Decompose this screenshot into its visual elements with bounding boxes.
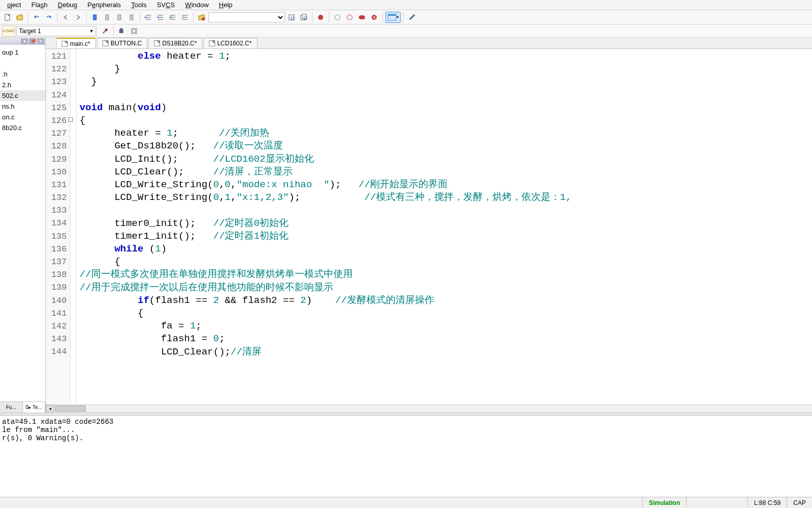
comment-button[interactable]: // [167, 12, 178, 23]
bookmark-toggle-button[interactable] [89, 12, 100, 23]
nav-back-button[interactable] [60, 12, 71, 23]
editor-area: main.c*BUTTON.CDS18B20.C*LCD1602.C* 1211… [46, 38, 812, 413]
build-output-panel[interactable]: ata=49.1 xdata=0 code=2663 le from "main… [0, 416, 812, 456]
project-tree[interactable]: oup 1.h2.h502.cns.hon.c8b20.c [0, 45, 45, 401]
code-line[interactable]: fa = 1; [80, 320, 812, 333]
menu-svcs[interactable]: SVCS [152, 0, 180, 10]
nav-forward-button[interactable] [72, 12, 84, 23]
code-line[interactable]: Get_Ds18b20(); //读取一次温度 [80, 140, 812, 153]
scroll-thumb[interactable] [55, 405, 86, 412]
menu-help[interactable]: Help [214, 0, 238, 10]
line-number: 142 [46, 320, 67, 333]
file-options-button[interactable] [196, 12, 207, 23]
open-file-button[interactable] [14, 12, 25, 23]
code-line[interactable]: flash1 = 0; [80, 333, 812, 345]
menu-tools[interactable]: Tools [126, 0, 151, 10]
code-line[interactable]: //用于完成搅拌一次以后在使用其他功能的时候不影响显示 [80, 282, 812, 294]
status-simulation: Simulation [642, 497, 686, 508]
svg-rect-4 [130, 15, 133, 20]
code-line[interactable]: LCD_Init(); //LCD1602显示初始化 [80, 153, 812, 166]
code-line[interactable]: { [80, 114, 812, 127]
tree-file[interactable]: ns.h [0, 101, 45, 112]
code-line[interactable]: void main(void) [80, 101, 812, 114]
code-line[interactable]: } [80, 75, 812, 88]
configure-button[interactable] [406, 12, 417, 23]
manage-button[interactable] [128, 26, 140, 37]
horizontal-scrollbar[interactable]: ◂ [46, 404, 812, 413]
editor-tab[interactable]: BUTTON.C [97, 38, 147, 48]
find-select[interactable] [208, 12, 285, 22]
code-line[interactable]: } [80, 63, 812, 75]
menu-oject[interactable]: oject [2, 0, 26, 10]
code-line[interactable]: LCD_Clear(); //清屏，正常显示 [80, 166, 812, 179]
indent-button[interactable] [143, 12, 154, 23]
code-line[interactable]: LCD_Write_String(0,0,"mode:x nihao "); /… [80, 179, 812, 191]
sidebar-tab-templates[interactable]: 0▸ Te... [23, 402, 46, 413]
project-sidebar: ▾ 📌 ✕ oup 1.h2.h502.cns.hon.c8b20.c Fu..… [0, 38, 46, 413]
menu-debug[interactable]: Debug [53, 0, 82, 10]
code-line[interactable]: timer0_init(); //定时器0初始化 [80, 217, 812, 230]
code-line[interactable] [80, 89, 812, 101]
bookmark-prev-button[interactable] [101, 12, 113, 23]
main-area: ▾ 📌 ✕ oup 1.h2.h502.cns.hon.c8b20.c Fu..… [0, 38, 812, 413]
tree-file[interactable]: 8b20.c [0, 122, 45, 133]
status-cap: CAP [787, 497, 812, 508]
editor-tab[interactable]: DS18B20.C* [148, 38, 202, 48]
debug-breakpoint-button[interactable] [315, 12, 326, 23]
sidebar-dropdown-button[interactable]: ▾ [21, 38, 28, 44]
menu-flash[interactable]: Flash [26, 0, 53, 10]
enable-breakpoint-button[interactable] [344, 12, 355, 23]
new-file-button[interactable] [2, 12, 13, 23]
scroll-left-button[interactable]: ◂ [46, 405, 54, 412]
kill-breakpoints-button[interactable] [356, 12, 368, 23]
file-group-button[interactable] [116, 26, 127, 37]
options-button[interactable] [99, 26, 111, 37]
code-line[interactable]: LCD_Write_String(0,1,"x:1,2,3"); //模式有三种… [80, 191, 812, 204]
sidebar-tab-functions[interactable]: Fu... [0, 402, 23, 413]
code-line[interactable]: { [80, 256, 812, 268]
editor-tab[interactable]: main.c* [56, 38, 96, 48]
menubar: ojectFlashDebugPeripheralsToolsSVCSWindo… [0, 0, 812, 10]
tree-file[interactable]: on.c [0, 112, 45, 122]
line-number: 131 [46, 179, 67, 191]
target-select[interactable] [16, 26, 95, 36]
tree-file[interactable]: .h [0, 69, 45, 80]
line-number: 144 [46, 345, 67, 358]
code-line[interactable]: if(flash1 == 2 && flash2 == 2) //发酵模式的清屏… [80, 294, 812, 307]
find-in-files-button[interactable] [298, 12, 309, 23]
sidebar-close-button[interactable]: ✕ [37, 38, 44, 44]
code-line[interactable]: { [80, 307, 812, 320]
code-editor[interactable]: 121122123124125126-127128129130131132133… [46, 49, 812, 404]
bookmark-clear-button[interactable] [126, 12, 137, 23]
tree-group[interactable]: oup 1 [0, 47, 45, 58]
code-line[interactable]: timer1_init(); //定时器1初始化 [80, 230, 812, 243]
load-button[interactable]: LOAD [2, 26, 15, 37]
redo-button[interactable] [43, 12, 55, 23]
disable-breakpoint-button[interactable] [332, 12, 343, 23]
bookmark-next-button[interactable] [114, 12, 125, 23]
breakpoint-window-button[interactable] [369, 12, 380, 23]
code-text[interactable]: else heater = 1; } } void main(void){ he… [76, 49, 812, 404]
uncomment-button[interactable]: // [179, 12, 191, 23]
undo-button[interactable] [31, 12, 42, 23]
code-line[interactable]: LCD_Clear();//清屏 [80, 346, 812, 359]
outdent-button[interactable] [155, 12, 166, 23]
code-line[interactable]: //同一模式多次使用在单独使用搅拌和发酵烘烤单一模式中使用 [80, 268, 812, 281]
editor-tab[interactable]: LCD1602.C* [203, 38, 257, 48]
file-icon [62, 41, 68, 47]
window-layout-button[interactable]: ▾ [385, 12, 401, 23]
menu-peripherals[interactable]: Peripherals [83, 0, 126, 10]
code-line[interactable]: heater = 1; //关闭加热 [80, 127, 812, 140]
code-line[interactable]: while (1) [80, 243, 812, 256]
tree-file[interactable]: 2.h [0, 80, 45, 90]
find-button[interactable] [286, 12, 297, 23]
menu-window[interactable]: Window [180, 0, 214, 10]
sidebar-pin-button[interactable]: 📌 [29, 38, 36, 44]
fold-bar[interactable] [70, 49, 76, 404]
svg-point-13 [318, 15, 323, 20]
svg-rect-3 [118, 15, 121, 20]
code-line[interactable] [80, 204, 812, 217]
tree-file[interactable]: 502.c [0, 90, 45, 101]
fold-marker[interactable]: - [68, 117, 73, 122]
code-line[interactable]: else heater = 1; [80, 50, 812, 63]
